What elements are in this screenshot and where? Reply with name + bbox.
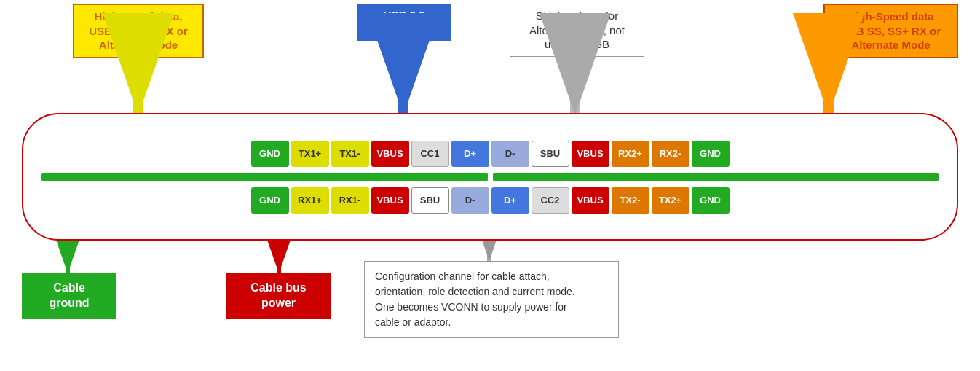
pin-rx2-minus: RX2- [652,141,689,167]
connector-outer: GND TX1+ TX1- VBUS CC1 D+ D- SBU VBUS RX… [22,113,958,241]
top-right-annotation: High-Speed dataUSB SS, SS+ RX orAlternat… [823,4,958,58]
green-bar-row [39,173,941,181]
pin-rx2-plus: RX2+ [612,141,649,167]
pin-sbu-2: SBU [411,187,449,214]
config-channel-label: Configuration channel for cable attach, … [364,261,619,338]
pin-vbus-1: VBUS [371,141,409,167]
pin-gnd-4: GND [692,187,730,214]
pin-gnd-3: GND [251,187,289,214]
pin-dp-1: D+ [451,141,489,167]
pin-vbus-2: VBUS [572,141,609,167]
pin-tx2-plus: TX2+ [652,187,689,214]
top-center-blue-annotation: USB 2.0Data [357,4,451,41]
pin-sbu-1: SBU [532,141,569,167]
top-left-annotation: High-speed data,USB SS, SS+ TX orAlterna… [73,4,204,58]
pin-tx2-minus: TX2- [612,187,649,214]
usb-type-c-diagram: High-speed data,USB SS, SS+ TX orAlterna… [0,0,980,371]
pin-tx1-minus: TX1- [331,141,369,167]
pin-rx1-plus: RX1+ [291,187,329,214]
pin-vbus-3: VBUS [371,187,409,214]
pin-gnd-2: GND [692,141,730,167]
connector-block: GND TX1+ TX1- VBUS CC1 D+ D- SBU VBUS RX… [22,113,958,241]
pin-dm-1: D- [491,141,529,167]
pin-rx1-minus: RX1- [331,187,369,214]
green-bar [41,173,488,181]
bottom-pin-row: GND RX1+ RX1- VBUS SBU D- D+ CC2 VBUS TX… [38,187,942,214]
pin-gnd-1: GND [251,141,289,167]
pin-dp-2: D+ [491,187,529,214]
green-bar [493,173,940,181]
pin-dm-2: D- [451,187,489,214]
pin-tx1-plus: TX1+ [291,141,329,167]
cable-bus-power-label: Cable buspower [226,273,331,319]
top-center-white-annotation: Sideband use for Alternate Mode, not use… [510,4,644,57]
pin-vbus-4: VBUS [572,187,609,214]
top-pin-row: GND TX1+ TX1- VBUS CC1 D+ D- SBU VBUS RX… [38,141,942,167]
pin-cc1: CC1 [411,141,449,167]
cable-ground-label: Cableground [22,273,116,319]
pin-cc2: CC2 [532,187,569,214]
